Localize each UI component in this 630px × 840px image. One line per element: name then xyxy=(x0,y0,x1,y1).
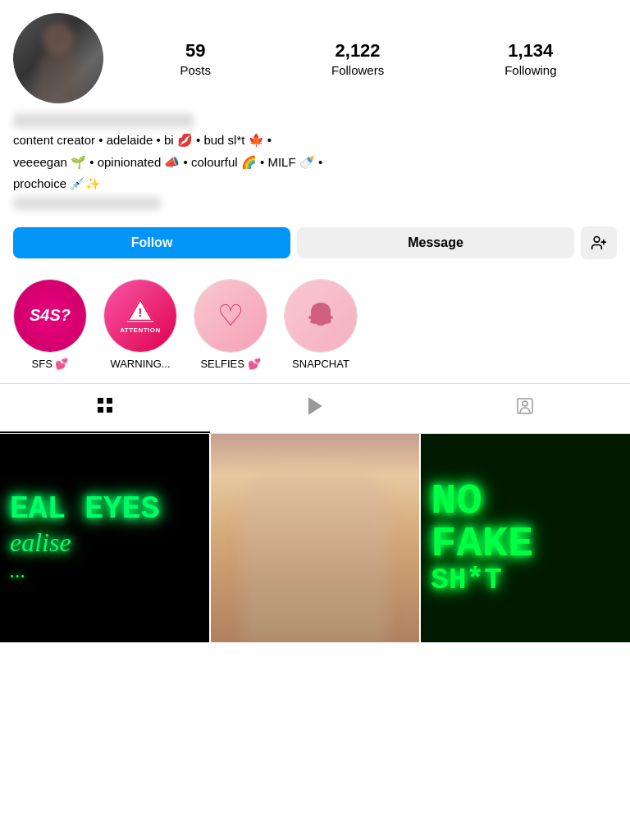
highlight-label-sfs: SFS 💕 xyxy=(32,358,69,370)
neon-text-sh: SH*T xyxy=(431,566,501,596)
neon-text-fake: FAKE xyxy=(431,523,533,566)
bio-line-2: veeeegan 🌱 • opinionated 📣 • colourful 🌈… xyxy=(13,153,617,172)
profile-header: 59 Posts 2,122 Followers 1,134 Following xyxy=(0,0,630,110)
highlight-snapchat[interactable]: SNAPCHAT xyxy=(284,279,358,370)
highlight-label-snapchat: SNAPCHAT xyxy=(292,358,349,370)
highlight-circle-snapchat xyxy=(284,279,358,353)
highlights-section: S4S? SFS 💕 ! ATTENTION WARNING... ♡ xyxy=(0,272,630,383)
username xyxy=(13,113,194,128)
bio-line-1: content creator • adelaide • bi 💋 • bud … xyxy=(13,131,617,150)
svg-rect-8 xyxy=(98,407,103,413)
grid-photo-1[interactable]: EAL EYES ealise ... xyxy=(0,434,209,643)
grid-photo-3[interactable]: NO FAKE SH*T xyxy=(421,434,630,643)
neon-text-extra: ... xyxy=(10,558,26,583)
followers-count: 2,122 xyxy=(336,40,381,62)
svg-point-0 xyxy=(594,236,600,242)
highlight-circle-sfs: S4S? xyxy=(13,279,87,353)
following-label: Following xyxy=(504,63,556,77)
tab-reels[interactable] xyxy=(210,384,420,433)
profile-link[interactable] xyxy=(13,197,161,210)
tab-grid[interactable] xyxy=(0,384,210,433)
neon-text-real: EAL EYES xyxy=(10,492,159,527)
add-person-icon xyxy=(591,235,607,251)
bio-line-3: prochoice 💉✨ xyxy=(13,175,617,194)
svg-marker-10 xyxy=(309,399,321,413)
following-count: 1,134 xyxy=(508,40,553,62)
avatar[interactable] xyxy=(13,13,103,103)
tab-bar xyxy=(0,383,630,434)
warning-inner-text: ATTENTION xyxy=(120,326,161,334)
message-button[interactable]: Message xyxy=(297,227,574,258)
grid-photo-2[interactable] xyxy=(211,434,420,643)
tab-tagged[interactable] xyxy=(420,384,630,433)
svg-rect-6 xyxy=(98,398,103,404)
svg-text:!: ! xyxy=(139,306,143,319)
warning-triangle-icon: ! xyxy=(126,297,155,323)
svg-rect-9 xyxy=(107,407,112,413)
photo-grid: EAL EYES ealise ... NO FAKE SH*T xyxy=(0,434,630,643)
action-buttons: Follow Message xyxy=(0,220,630,272)
play-icon xyxy=(305,396,325,421)
followers-label: Followers xyxy=(331,63,384,77)
highlight-label-selfies: SELFIES 💕 xyxy=(200,358,260,370)
heart-icon: ♡ xyxy=(217,299,244,333)
highlight-circle-warning: ! ATTENTION xyxy=(103,279,177,353)
stats-container: 59 Posts 2,122 Followers 1,134 Following xyxy=(120,40,617,77)
highlight-warning[interactable]: ! ATTENTION WARNING... xyxy=(103,279,177,370)
add-user-button[interactable] xyxy=(581,226,617,259)
highlight-label-warning: WARNING... xyxy=(110,358,170,370)
highlight-selfies[interactable]: ♡ SELFIES 💕 xyxy=(194,279,267,370)
highlight-circle-selfies: ♡ xyxy=(194,279,267,353)
neon-text-realise: ealise xyxy=(10,527,71,558)
svg-rect-7 xyxy=(107,398,112,404)
follow-button[interactable]: Follow xyxy=(13,227,290,258)
posts-count: 59 xyxy=(185,40,205,62)
svg-point-12 xyxy=(523,401,527,406)
stat-posts[interactable]: 59 Posts xyxy=(180,40,211,77)
stat-following[interactable]: 1,134 Following xyxy=(504,40,556,77)
highlight-sfs[interactable]: S4S? SFS 💕 xyxy=(13,279,87,370)
posts-label: Posts xyxy=(180,63,211,77)
stat-followers[interactable]: 2,122 Followers xyxy=(331,40,384,77)
bio-section: content creator • adelaide • bi 💋 • bud … xyxy=(0,110,630,220)
person-tag-icon xyxy=(515,396,535,421)
neon-text-no: NO xyxy=(431,481,482,523)
blurred-person-figure xyxy=(242,475,388,642)
grid-icon xyxy=(95,395,115,420)
snapchat-ghost-icon xyxy=(303,298,339,334)
